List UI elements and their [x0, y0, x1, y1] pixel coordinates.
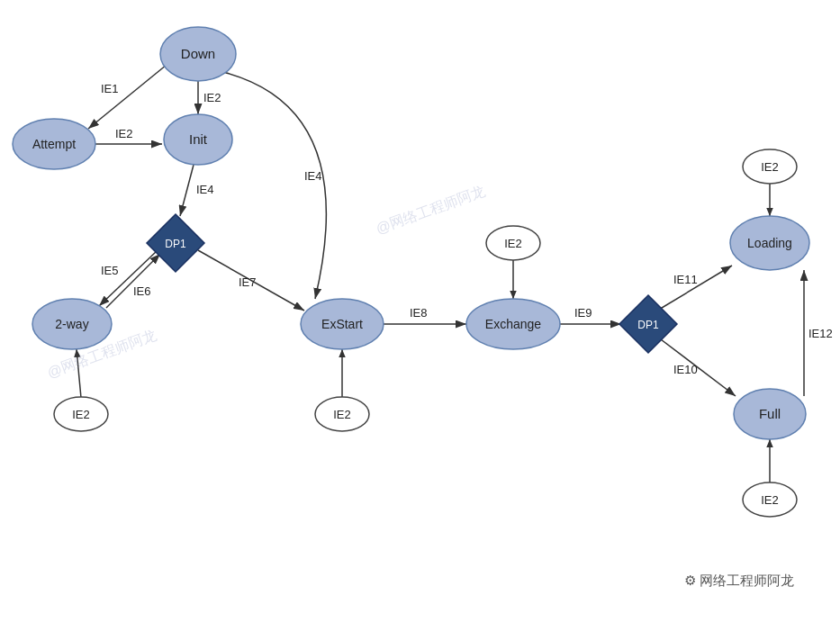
node-2way-label: 2-way [55, 317, 88, 331]
footer-text: ⚙ 网络工程师阿龙 [684, 572, 794, 588]
edge-label-ie11: IE11 [673, 273, 698, 286]
edge-down-exstart [223, 72, 326, 299]
edge-label-ie1: IE1 [101, 82, 119, 95]
edge-label-ie8: IE8 [410, 306, 428, 320]
edge-2way-dp1 [106, 254, 160, 308]
edge-label-ie2-attempt-init: IE2 [115, 127, 133, 140]
node-ie2-full-label: IE2 [761, 493, 779, 507]
node-dp2-label: DP1 [637, 319, 659, 331]
node-full-label: Full [759, 406, 781, 421]
diagram-container: IE2 IE1 IE2 IE4 IE4 IE5 IE6 IE7 IE8 IE9 … [0, 0, 840, 622]
node-dp1-label: DP1 [165, 238, 186, 250]
edge-label-ie2-down-init: IE2 [203, 91, 221, 104]
edge-label-ie7: IE7 [239, 275, 257, 289]
state-machine-diagram: IE2 IE1 IE2 IE4 IE4 IE5 IE6 IE7 IE8 IE9 … [0, 0, 840, 622]
node-init-label: Init [189, 131, 208, 147]
node-ie2-exstart-label: IE2 [333, 408, 351, 421]
edge-label-ie4-init-dp1: IE4 [196, 183, 214, 196]
edge-label-ie5: IE5 [101, 264, 119, 277]
edge-label-ie10: IE10 [673, 363, 698, 376]
node-down-label: Down [181, 46, 215, 61]
node-attempt-label: Attempt [32, 137, 76, 151]
edge-down-attempt [88, 65, 167, 129]
watermark-1: @网络工程师阿龙 [374, 183, 487, 237]
node-exchange-label: Exchange [485, 317, 541, 331]
node-ie2-loading-label: IE2 [761, 160, 779, 174]
node-ie2-2way-label: IE2 [72, 408, 90, 421]
node-exstart-label: ExStart [321, 317, 363, 331]
edge-label-ie4-down-exstart: IE4 [304, 169, 322, 183]
edge-init-dp1 [180, 165, 194, 216]
edge-label-ie6: IE6 [133, 284, 151, 298]
edge-label-ie9: IE9 [574, 306, 592, 320]
node-loading-label: Loading [747, 236, 792, 250]
node-ie2-exchange-label: IE2 [504, 237, 522, 250]
edge-label-ie12: IE12 [808, 327, 833, 340]
